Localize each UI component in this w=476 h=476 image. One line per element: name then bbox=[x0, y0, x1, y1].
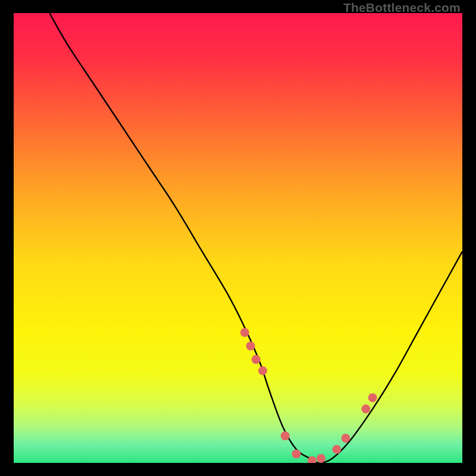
curve-marker bbox=[361, 405, 370, 414]
curve-marker bbox=[332, 445, 341, 454]
curve-marker bbox=[317, 454, 325, 463]
curve-marker bbox=[342, 434, 350, 443]
bottleneck-curve bbox=[49, 13, 462, 463]
chart-frame bbox=[14, 13, 462, 463]
curve-marker bbox=[252, 355, 261, 364]
curve-marker bbox=[368, 393, 377, 402]
curve-marker bbox=[258, 367, 267, 375]
curve-marker bbox=[281, 431, 290, 440]
curve-marker bbox=[240, 328, 249, 337]
curve-marker bbox=[246, 342, 255, 350]
watermark-text: TheBottleneck.com bbox=[343, 1, 461, 15]
curve-markers bbox=[240, 328, 377, 463]
curve-marker bbox=[292, 449, 301, 458]
chart-svg bbox=[14, 13, 462, 463]
